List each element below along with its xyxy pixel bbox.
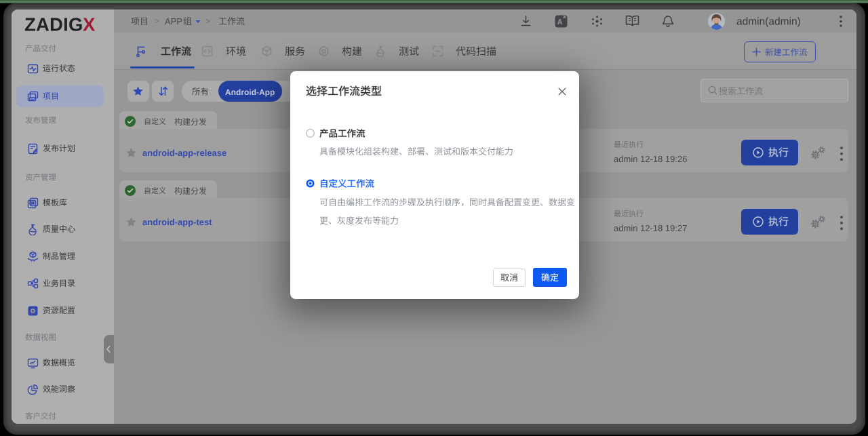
svg-text:A: A [557,18,563,26]
